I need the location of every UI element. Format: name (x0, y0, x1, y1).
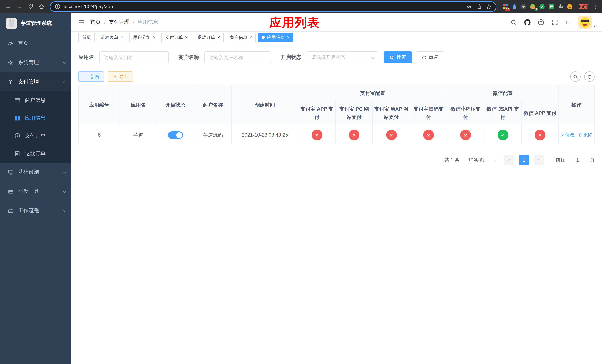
font-size-icon[interactable]: TT (565, 19, 572, 26)
col-header-alipay-app: 支付宝 APP 支付 (298, 101, 336, 125)
col-header-status: 开启状态 (157, 85, 194, 125)
toggle-search-button[interactable] (570, 72, 580, 82)
cell-created: 2021-10-23 08:49:25 (232, 125, 298, 145)
password-key-icon[interactable] (466, 3, 473, 10)
delete-link[interactable]: 删除 (578, 132, 593, 138)
reload-icon[interactable] (25, 1, 35, 12)
tab-home[interactable]: 首页 (78, 32, 95, 42)
wx-jsapi-status-icon: ✓ (497, 130, 508, 140)
add-button[interactable]: ＋ 新增 (78, 72, 104, 82)
sidebar-item-payment[interactable]: ¥ 支付管理 (0, 72, 71, 91)
breadcrumb: 首页 / 支付管理 / 应用信息 (90, 19, 159, 26)
pagination-total: 共 1 条 (444, 157, 460, 163)
extension-check-icon[interactable] (539, 3, 545, 10)
forward-icon[interactable]: → (14, 1, 24, 12)
browser-menu-icon[interactable]: ⋮ (592, 3, 599, 10)
sidebar-item-system[interactable]: 系统管理 (0, 53, 71, 72)
back-icon[interactable]: ← (3, 1, 13, 12)
tab-close-icon[interactable]: × (217, 35, 220, 40)
col-header-app-id: 应用编号 (79, 85, 120, 125)
app-name-input[interactable] (99, 52, 169, 63)
bookmark-star-icon[interactable] (485, 3, 492, 10)
extension-chat-icon[interactable] (548, 3, 555, 10)
search-button[interactable]: 搜索 (384, 52, 412, 63)
extension-badge: 1 (535, 8, 538, 11)
breadcrumb-payment[interactable]: 支付管理 (109, 19, 129, 26)
svg-text:T: T (565, 20, 568, 25)
status-select-placeholder: 请选择开启状态 (311, 54, 345, 61)
url-text[interactable]: localhost:1024/pay/app (64, 4, 113, 9)
extension-avatar-icon[interactable]: 1 (529, 3, 536, 10)
sidebar-item-infra[interactable]: 基础设施 (0, 162, 71, 182)
help-icon[interactable]: ? (537, 19, 545, 26)
extension-dark-icon[interactable] (520, 3, 527, 10)
tags-view-bar: 首页 流程表单 × 用户分组 × 支付订单 × 退款订单 × (71, 32, 602, 43)
col-header-alipay-pc: 支付宝 PC 网站支付 (336, 101, 373, 125)
col-header-wx-mini: 微信小程序支付 (447, 101, 484, 125)
sidebar-logo[interactable]: 芋道管理系统 (0, 13, 71, 34)
export-button[interactable]: 导出 (108, 72, 133, 82)
next-page-button[interactable]: › (534, 155, 544, 165)
sidebar-item-pay-order[interactable]: 支付订单 (0, 127, 71, 145)
extension-drop-icon[interactable] (511, 3, 517, 10)
sidebar-item-devtools[interactable]: 研发工具 (0, 182, 71, 201)
chevron-down-icon (63, 170, 66, 173)
alipay-app-status-icon: × (312, 130, 322, 140)
status-label: 开启状态 (281, 54, 301, 61)
extension-grid-icon[interactable]: 10 (502, 3, 508, 10)
hamburger-icon[interactable] (78, 19, 85, 26)
merchant-name-input[interactable] (204, 52, 271, 63)
extension-badge: 10 (505, 8, 510, 11)
user-avatar[interactable] (578, 16, 592, 29)
tab-refund-order[interactable]: 退款订单 × (194, 32, 224, 42)
tab-close-icon[interactable]: × (185, 35, 188, 40)
sidebar-item-app-info[interactable]: 应用信息 (0, 109, 71, 127)
header-search-icon[interactable] (510, 19, 517, 26)
tab-close-icon[interactable]: × (121, 35, 123, 40)
site-info-icon[interactable] (54, 3, 61, 10)
status-select[interactable]: 请选择开启状态 (307, 52, 378, 63)
extension-face-icon[interactable] (567, 3, 573, 10)
edit-link[interactable]: 修改 (560, 132, 575, 138)
fullscreen-icon[interactable] (551, 19, 558, 26)
breadcrumb-home[interactable]: 首页 (90, 19, 101, 26)
sidebar-item-home[interactable]: 首页 (0, 34, 71, 53)
sidebar-item-merchant-info[interactable]: 商户信息 (0, 91, 71, 109)
page-size-select[interactable]: 10条/页 (464, 155, 499, 165)
chevron-down-icon (371, 55, 375, 59)
pay-order-icon (14, 133, 20, 139)
wx-mini-status-icon: × (460, 130, 471, 140)
puzzle-icon[interactable] (557, 3, 564, 10)
page-title: 应用列表 (269, 15, 320, 31)
home-icon[interactable] (36, 1, 47, 12)
cell-operations: 修改 删除 (559, 125, 594, 145)
sidebar-item-label: 首页 (18, 40, 66, 47)
tab-close-icon[interactable]: × (153, 35, 155, 40)
tab-merchant-info[interactable]: 商户信息 × (226, 32, 256, 42)
tab-user-group[interactable]: 用户分组 × (129, 32, 159, 42)
toolbox-icon (7, 188, 14, 195)
col-header-alipay-qr: 支付宝扫码支付 (410, 101, 447, 125)
reset-button[interactable]: 重置 (416, 52, 444, 63)
tab-process-form[interactable]: 流程表单 × (97, 32, 127, 42)
table-toolbar: ＋ 新增 导出 (78, 72, 595, 82)
tab-app-info[interactable]: 应用信息 × (258, 32, 293, 42)
tab-close-icon[interactable]: × (249, 35, 252, 40)
prev-page-button[interactable]: ‹ (504, 155, 514, 165)
refresh-button[interactable] (584, 72, 595, 82)
yen-icon: ¥ (7, 79, 14, 85)
sidebar-item-workflow[interactable]: 工作流程 (0, 201, 71, 220)
goto-page-input[interactable] (570, 155, 585, 165)
current-page-button[interactable]: 1 (519, 155, 529, 165)
github-icon[interactable] (524, 19, 531, 26)
search-form: 应用名 商户名称 开启状态 请选择开启状态 搜索 (78, 52, 595, 63)
browser-update-button[interactable]: 更新 (576, 2, 592, 11)
share-icon[interactable] (476, 3, 483, 10)
avatar-caret-icon[interactable] (593, 26, 596, 27)
tab-pay-order[interactable]: 支付订单 × (161, 32, 191, 42)
address-bar[interactable]: localhost:1024/pay/app (50, 1, 496, 12)
sidebar-item-refund-order[interactable]: 退款订单 (0, 145, 71, 162)
sidebar-item-label: 基础设施 (18, 169, 59, 175)
tab-close-icon[interactable]: × (287, 35, 290, 40)
status-toggle[interactable] (168, 131, 183, 139)
